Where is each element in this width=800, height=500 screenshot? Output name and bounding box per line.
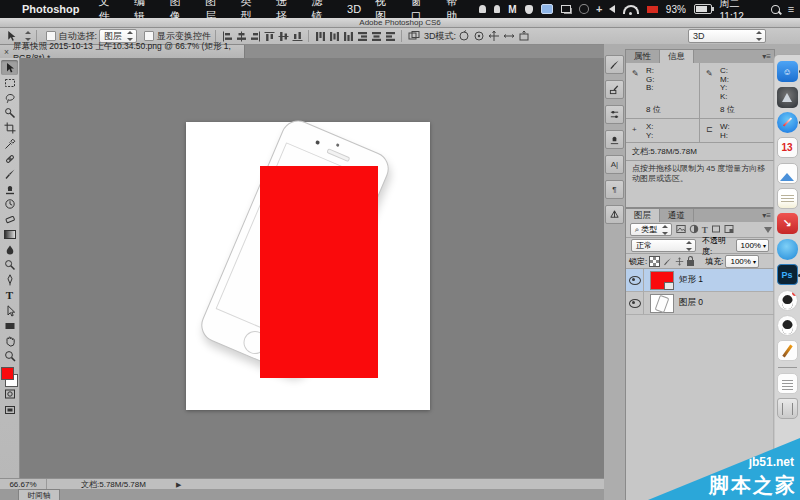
lock-position-icon[interactable] [675,257,684,266]
distribute-left-edges-icon[interactable] [357,31,368,42]
dock-finder-icon[interactable]: ☺ [777,61,798,82]
sync-status-icon[interactable] [579,4,589,14]
dock-photos-icon[interactable] [777,163,798,184]
canvas-area[interactable] [20,58,604,478]
tab-properties[interactable]: 属性 [626,50,660,63]
red-rectangle-shape[interactable] [260,166,378,378]
3d-drag-icon[interactable] [488,30,500,42]
paragraph-panel-icon[interactable]: ¶ [605,180,624,199]
battery-icon[interactable] [694,4,712,14]
screen-mode-button[interactable] [1,402,18,417]
layer-row-rectangle-1[interactable]: 矩形 1 [626,269,774,292]
dock-downloader-app-icon[interactable] [777,213,798,234]
path-selection-tool[interactable] [1,303,18,318]
dodge-tool[interactable] [1,257,18,272]
crop-tool[interactable] [1,121,18,136]
input-source-flag-icon[interactable] [647,6,658,13]
layer-name[interactable]: 图层 0 [679,297,703,309]
lock-transparency-icon[interactable] [649,256,660,267]
brush-panel-icon[interactable] [605,55,624,74]
document-tab[interactable]: × 屏幕快照 2015-10-13 上午10.34.50.png @ 66.7%… [0,45,245,59]
spotlight-search-icon[interactable] [771,5,780,14]
dock-document-stack-icon[interactable] [777,373,798,394]
info-depth-right[interactable]: 8 位 [700,103,774,119]
distribute-top-edges-icon[interactable] [315,31,326,42]
blend-mode-dropdown[interactable]: 正常 [631,239,696,252]
dock-qq-icon[interactable] [777,290,798,311]
canvas-document[interactable] [186,122,430,410]
layer-name[interactable]: 矩形 1 [679,274,703,286]
show-transform-checkbox[interactable] [144,31,154,41]
blur-tool[interactable] [1,242,18,257]
clone-source-panel-icon[interactable] [605,130,624,149]
align-bottom-edges-icon[interactable] [292,31,303,42]
hand-tool[interactable] [1,333,18,348]
rectangle-shape-tool[interactable] [1,318,18,333]
timeline-tab[interactable]: 时间轴 [18,489,60,500]
eyedropper-tool[interactable] [1,136,18,151]
filter-adjustment-layers-icon[interactable] [689,224,699,236]
dock-qq-icon-2[interactable] [777,315,798,336]
dock-launchpad-icon[interactable] [777,87,798,108]
zoom-tool[interactable] [1,349,18,364]
info-depth-left[interactable]: 8 位 [626,103,700,119]
3d-panel-icon[interactable] [605,205,624,224]
dock-blue-drop-app-icon[interactable] [777,239,798,260]
distribute-bottom-edges-icon[interactable] [343,31,354,42]
brush-presets-panel-icon[interactable] [605,80,624,99]
m-app-status-icon[interactable]: M [508,4,516,15]
move-tool[interactable] [1,60,18,75]
shield-status-icon[interactable] [525,5,533,14]
brush-tool[interactable] [1,166,18,181]
dock-notes-icon[interactable] [777,188,798,209]
window-title-bar[interactable]: Adobe Photoshop CS6 [0,18,800,28]
3d-slide-icon[interactable] [503,30,515,42]
opacity-field[interactable]: 100%▾ [736,239,769,252]
wifi-icon[interactable] [623,5,639,14]
align-top-edges-icon[interactable] [264,31,275,42]
3d-scale-icon[interactable] [518,30,530,42]
status-options-arrow[interactable]: ▶ [176,481,181,489]
history-brush-tool[interactable] [1,197,18,212]
layer-thumbnail-phone[interactable] [650,294,674,313]
layer-visibility-toggle[interactable] [626,292,644,314]
tab-channels[interactable]: 通道 [660,209,694,222]
quick-selection-tool[interactable] [1,106,18,121]
character-panel-icon[interactable]: A| [605,155,624,174]
lock-all-icon[interactable] [687,260,694,266]
layer-filtering-toggle-icon[interactable] [764,227,772,233]
align-horizontal-centers-icon[interactable] [236,31,247,42]
workspace-switcher-dropdown[interactable]: 3D [688,29,766,43]
tab-close-icon[interactable]: × [4,47,9,57]
layer-filter-type-dropdown[interactable]: ⌕类型 [630,223,672,236]
dock-calendar-icon[interactable]: 13 [777,137,798,158]
panel-menu-icon[interactable]: ▾≡ [762,209,771,222]
display-status-icon[interactable] [541,4,554,14]
filter-type-layers-icon[interactable]: T [702,225,708,235]
dock-safari-icon[interactable] [777,112,798,133]
notification-bell-icon-2[interactable] [494,5,501,13]
layer-visibility-toggle[interactable] [626,269,644,291]
auto-select-checkbox[interactable] [46,31,56,41]
menu-3d[interactable]: 3D [347,3,361,15]
quick-mask-mode-button[interactable] [1,387,18,402]
dock-trash-icon[interactable] [777,398,798,419]
pen-tool[interactable] [1,273,18,288]
distribute-horizontal-centers-icon[interactable] [371,31,382,42]
dock-photoshop-icon[interactable]: Ps [777,264,798,285]
rectangular-marquee-tool[interactable] [1,75,18,90]
layer-row-layer-0[interactable]: 图层 0 [626,292,774,315]
tab-layers[interactable]: 图层 [626,209,660,222]
foreground-color-swatch[interactable] [1,367,14,380]
spot-healing-brush-tool[interactable] [1,151,18,166]
clone-stamp-tool[interactable] [1,182,18,197]
app-menu-photoshop[interactable]: Photoshop [22,3,79,15]
auto-align-layers-icon[interactable] [408,30,420,42]
3d-roll-icon[interactable] [473,30,485,42]
volume-icon[interactable] [609,5,615,13]
filter-pixel-layers-icon[interactable] [676,224,686,236]
align-right-edges-icon[interactable] [250,31,261,42]
3d-rotate-icon[interactable] [458,30,470,42]
type-tool[interactable]: T [1,288,18,303]
windows-status-icon[interactable] [561,5,571,13]
